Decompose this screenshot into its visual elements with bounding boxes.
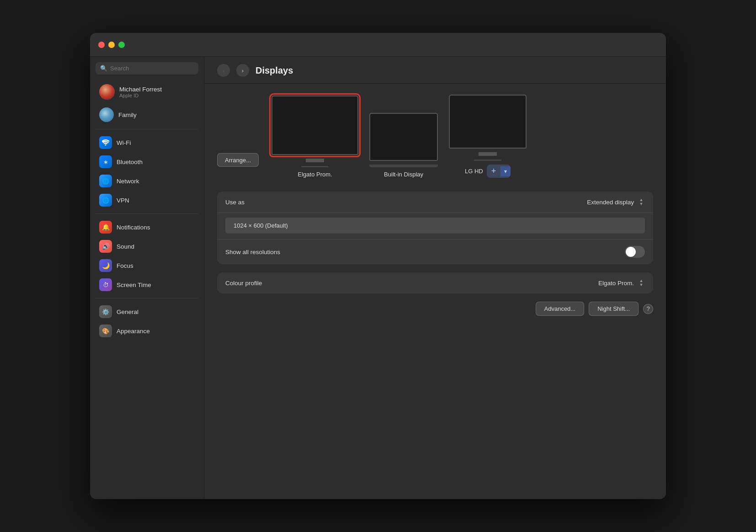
sidebar-item-label: Screen Time [117, 282, 151, 288]
forward-button[interactable]: › [236, 64, 249, 77]
show-all-row: Show all resolutions [217, 239, 653, 264]
sidebar-item-label: VPN [117, 197, 129, 204]
display-elgato[interactable]: Elgato Prom. [272, 96, 358, 178]
help-button[interactable]: ? [643, 304, 653, 314]
sidebar-item-network[interactable]: 🌐 Network [93, 172, 201, 190]
show-all-toggle[interactable] [625, 246, 645, 258]
advanced-button[interactable]: Advanced... [536, 302, 585, 316]
lghd-dropdown-button[interactable]: ▾ [500, 166, 511, 176]
resolution-row: 1024 × 600 (Default) [217, 213, 653, 239]
page-title: Displays [256, 65, 293, 76]
search-input[interactable] [110, 65, 194, 72]
close-button[interactable] [98, 42, 105, 48]
notifications-icon: 🔔 [99, 221, 112, 234]
colour-profile-label: Colour profile [225, 280, 262, 287]
forward-icon: › [242, 67, 244, 74]
night-shift-button[interactable]: Night Shift... [589, 302, 639, 316]
show-all-label: Show all resolutions [225, 249, 280, 255]
colour-profile-stepper[interactable]: ▲ ▼ [638, 279, 645, 287]
lghd-controls: + ▾ [487, 165, 511, 178]
main-content: ‹ › Displays Arrange... [204, 57, 666, 499]
use-as-value-container: Extended display ▲ ▼ [587, 198, 645, 206]
sidebar-item-family[interactable]: Family [93, 105, 201, 125]
night-shift-label: Night Shift... [597, 305, 630, 312]
sidebar: 🔍 Michael Forrest Apple ID Family [90, 57, 204, 499]
resolution-bar[interactable]: 1024 × 600 (Default) [225, 218, 645, 234]
screentime-icon: ⏱ [99, 278, 112, 291]
toggle-knob [626, 247, 636, 257]
sidebar-item-label: Wi-Fi [117, 139, 131, 146]
search-icon: 🔍 [100, 65, 107, 72]
avatar [99, 84, 115, 100]
network-icon: 🌐 [99, 175, 112, 187]
sidebar-item-bluetooth[interactable]: ∗ Bluetooth [93, 153, 201, 171]
maximize-button[interactable] [118, 42, 125, 48]
sound-icon: 🔊 [99, 240, 112, 253]
settings-panel: Use as Extended display ▲ ▼ 1024 × 60 [217, 192, 653, 264]
minimize-button[interactable] [108, 42, 115, 48]
use-as-value: Extended display [587, 199, 634, 206]
lghd-add-button[interactable]: + [487, 165, 501, 178]
use-as-row: Use as Extended display ▲ ▼ [217, 192, 653, 213]
appearance-icon: 🎨 [99, 325, 112, 337]
laptop-hinge [369, 165, 438, 167]
sidebar-item-profile[interactable]: Michael Forrest Apple ID [93, 81, 201, 102]
back-icon: ‹ [223, 67, 224, 74]
sidebar-item-label: Family [118, 112, 137, 118]
arrange-label: Arrange... [225, 157, 251, 164]
search-box[interactable]: 🔍 [96, 62, 198, 74]
focus-icon: 🌙 [99, 259, 112, 272]
sidebar-item-label: Bluetooth [117, 159, 143, 165]
main-body: Arrange... Elgato Prom. [204, 84, 666, 499]
traffic-lights [98, 42, 125, 48]
advanced-label: Advanced... [544, 305, 576, 312]
monitor-frame-lghd [449, 95, 527, 149]
extended-display-stepper[interactable]: ▲ ▼ [638, 198, 645, 206]
sidebar-divider-1 [96, 129, 198, 129]
resolution-value: 1024 × 600 (Default) [234, 222, 288, 229]
bluetooth-icon: ∗ [99, 155, 112, 168]
sidebar-item-appearance[interactable]: 🎨 Appearance [93, 322, 201, 340]
monitor-frame-elgato [272, 96, 358, 155]
monitor-frame-builtin [369, 113, 438, 161]
monitor-stand-lghd [479, 152, 497, 156]
colour-panel: Colour profile Elgato Prom. ▲ ▼ [217, 272, 653, 293]
vpn-icon: 🌐 [99, 194, 112, 207]
help-icon: ? [646, 305, 650, 312]
lghd-label-row: LG HD + ▾ [465, 165, 511, 178]
sidebar-item-label: Network [117, 178, 139, 185]
general-icon: ⚙️ [99, 305, 112, 318]
stepper-down-icon: ▼ [639, 202, 644, 206]
monitor-stand-base-lghd [474, 160, 501, 161]
sidebar-item-vpn[interactable]: 🌐 VPN [93, 191, 201, 209]
main-window: 🔍 Michael Forrest Apple ID Family [90, 33, 666, 499]
monitor-stand-elgato [306, 159, 324, 162]
colour-profile-value: Elgato Prom. [598, 280, 634, 287]
colour-profile-row: Colour profile Elgato Prom. ▲ ▼ [217, 272, 653, 293]
monitor-stand-base-elgato [301, 166, 329, 167]
bottom-buttons: Advanced... Night Shift... ? [217, 302, 653, 316]
profile-text: Michael Forrest Apple ID [119, 86, 162, 98]
main-header: ‹ › Displays [204, 57, 666, 84]
displays-monitors: Elgato Prom. Built-in Display [272, 95, 527, 178]
sidebar-item-label: Focus [117, 262, 133, 269]
arrange-button[interactable]: Arrange... [217, 153, 259, 167]
sidebar-item-screentime[interactable]: ⏱ Screen Time [93, 276, 201, 294]
sidebar-item-label: General [117, 309, 138, 315]
family-icon [99, 107, 114, 122]
sidebar-item-notifications[interactable]: 🔔 Notifications [93, 218, 201, 236]
sidebar-item-focus[interactable]: 🌙 Focus [93, 256, 201, 275]
title-bar [90, 33, 666, 57]
display-label-lghd: LG HD [465, 168, 483, 175]
display-builtin[interactable]: Built-in Display [369, 113, 438, 178]
back-button[interactable]: ‹ [217, 64, 230, 77]
use-as-label: Use as [225, 199, 245, 206]
sidebar-item-general[interactable]: ⚙️ General [93, 303, 201, 321]
display-lghd[interactable]: LG HD + ▾ [449, 95, 527, 178]
sidebar-divider-3 [96, 298, 198, 298]
colour-profile-value-container: Elgato Prom. ▲ ▼ [598, 279, 645, 287]
sidebar-item-wifi[interactable]: Wi-Fi [93, 133, 201, 152]
sidebar-divider-2 [96, 213, 198, 214]
sidebar-item-sound[interactable]: 🔊 Sound [93, 237, 201, 255]
sidebar-item-label: Appearance [117, 328, 150, 335]
